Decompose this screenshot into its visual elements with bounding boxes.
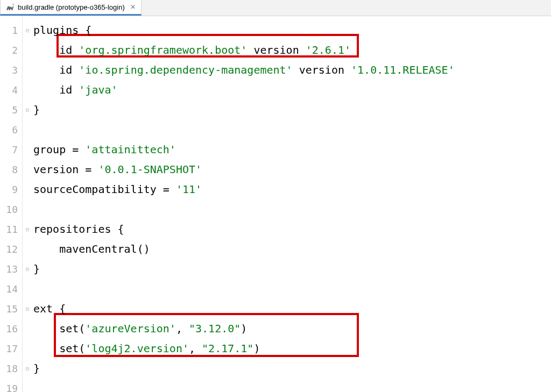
line-number: 14 bbox=[0, 279, 22, 299]
code-line: ⊟} bbox=[33, 259, 551, 279]
editor: 1 2 3 4 5 6 7 8 9 10 11 12 13 14 15 16 1… bbox=[0, 16, 551, 392]
line-number-gutter: 1 2 3 4 5 6 7 8 9 10 11 12 13 14 15 16 1… bbox=[0, 16, 23, 392]
line-number: 1 bbox=[0, 20, 22, 40]
line-number: 10 bbox=[0, 199, 22, 219]
code-line: ⊟plugins { bbox=[33, 20, 551, 40]
line-number: 4 bbox=[0, 80, 22, 100]
fold-close-icon[interactable]: ⊟ bbox=[26, 259, 32, 279]
line-number: 8 bbox=[0, 160, 22, 180]
code-line: ⊟repositories { bbox=[33, 219, 551, 239]
line-number: 15 bbox=[0, 299, 22, 319]
fold-close-icon[interactable]: ⊟ bbox=[26, 359, 32, 379]
code-line: id 'io.spring.dependency-management' ver… bbox=[33, 60, 551, 80]
tab-bar: build.gradle (prototype-o365-login) ✕ bbox=[0, 0, 551, 16]
code-line bbox=[33, 199, 551, 219]
tab-filename: build.gradle (prototype-o365-login) bbox=[18, 3, 125, 11]
line-number: 6 bbox=[0, 120, 22, 140]
line-number: 5 bbox=[0, 100, 22, 120]
code-area[interactable]: ⊟plugins { id 'org.springframework.boot'… bbox=[23, 16, 551, 392]
code-line: id 'org.springframework.boot' version '2… bbox=[33, 40, 551, 60]
gradle-icon bbox=[6, 3, 15, 11]
line-number: 16 bbox=[0, 319, 22, 339]
line-number: 13 bbox=[0, 259, 22, 279]
fold-close-icon[interactable]: ⊟ bbox=[26, 100, 32, 120]
code-line bbox=[33, 379, 551, 392]
code-line: ⊟} bbox=[33, 100, 551, 120]
line-number: 17 bbox=[0, 339, 22, 359]
line-number: 19 bbox=[0, 379, 22, 392]
line-number: 18 bbox=[0, 359, 22, 379]
code-line: version = '0.0.1-SNAPSHOT' bbox=[33, 160, 551, 180]
code-line: id 'java' bbox=[33, 80, 551, 100]
code-line: mavenCentral() bbox=[33, 239, 551, 259]
editor-tab[interactable]: build.gradle (prototype-o365-login) ✕ bbox=[0, 0, 142, 16]
close-icon[interactable]: ✕ bbox=[130, 3, 136, 11]
line-number: 9 bbox=[0, 180, 22, 199]
line-number: 2 bbox=[0, 40, 22, 60]
code-line bbox=[33, 120, 551, 140]
line-number: 3 bbox=[0, 60, 22, 80]
code-line: sourceCompatibility = '11' bbox=[33, 180, 551, 199]
line-number: 12 bbox=[0, 239, 22, 259]
code-line bbox=[33, 279, 551, 299]
fold-open-icon[interactable]: ⊟ bbox=[26, 20, 32, 40]
code-line: group = 'attainittech' bbox=[33, 140, 551, 160]
line-number: 7 bbox=[0, 140, 22, 160]
fold-open-icon[interactable]: ⊟ bbox=[26, 219, 32, 239]
fold-open-icon[interactable]: ⊟ bbox=[26, 299, 32, 319]
code-line: set('azureVersion', "3.12.0") bbox=[33, 319, 551, 339]
line-number: 11 bbox=[0, 219, 22, 239]
code-line: ⊟} bbox=[33, 359, 551, 379]
code-line: set('log4j2.version', "2.17.1") bbox=[33, 339, 551, 359]
code-line: ⊟ext { bbox=[33, 299, 551, 319]
